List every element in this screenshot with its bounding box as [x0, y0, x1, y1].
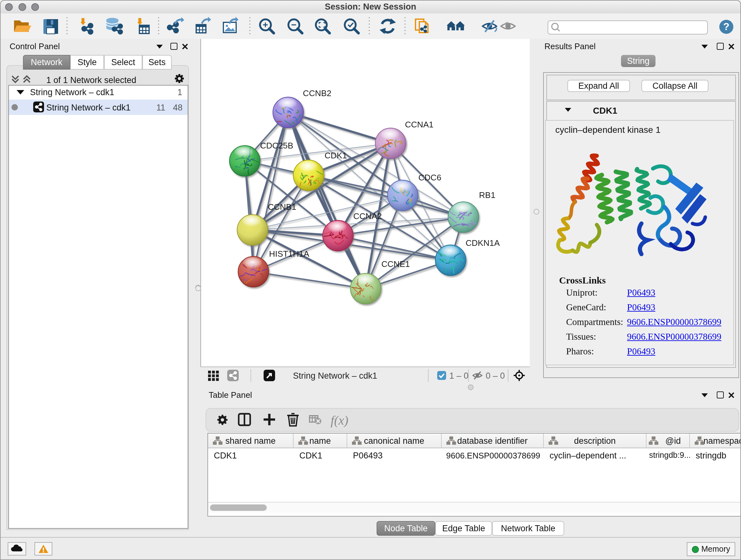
svg-text:CCNA1: CCNA1 [405, 120, 433, 129]
svg-text:CDKN1A: CDKN1A [466, 238, 500, 248]
svg-text:String Network – cdk1: String Network – cdk1 [293, 371, 377, 381]
svg-text:CDC25B: CDC25B [260, 141, 293, 150]
svg-text:HIST1H1A: HIST1H1A [269, 249, 310, 259]
svg-text:RB1: RB1 [479, 190, 495, 200]
svg-text:0 – 0: 0 – 0 [486, 371, 505, 381]
svg-text:CDC6: CDC6 [418, 173, 441, 182]
svg-text:CCNB2: CCNB2 [303, 88, 331, 98]
svg-text:CCNA2: CCNA2 [353, 211, 382, 221]
svg-text:1 – 0: 1 – 0 [449, 371, 468, 381]
svg-text:CCNB1: CCNB1 [268, 202, 296, 212]
svg-text:CCNE1: CCNE1 [381, 259, 410, 269]
svg-text:CDK1: CDK1 [325, 151, 347, 160]
svg-text:1 of 1 Network selected: 1 of 1 Network selected [46, 75, 136, 85]
svg-text:f(x): f(x) [331, 413, 348, 428]
